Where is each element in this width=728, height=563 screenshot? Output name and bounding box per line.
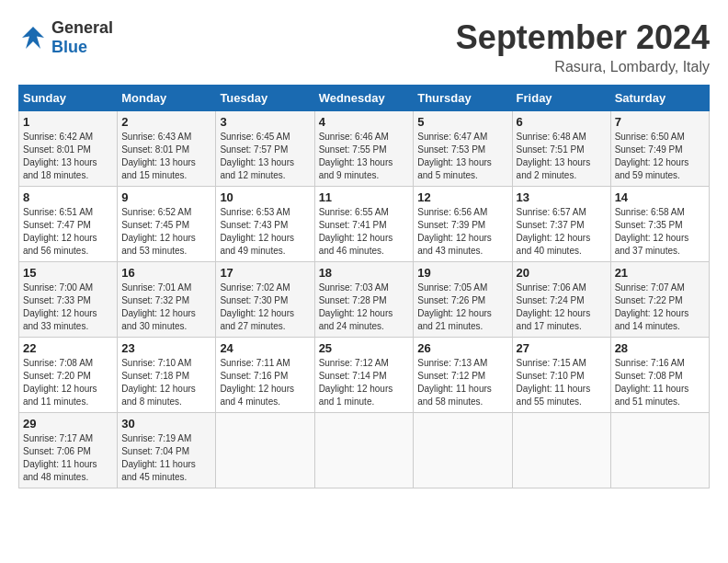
svg-marker-0 [22,27,44,49]
day-detail: Sunrise: 6:52 AM Sunset: 7:45 PM Dayligh… [121,206,211,258]
day-number: 28 [615,341,705,355]
calendar-cell: 2Sunrise: 6:43 AM Sunset: 8:01 PM Daylig… [118,111,216,187]
calendar-cell: 9Sunrise: 6:52 AM Sunset: 7:45 PM Daylig… [118,187,216,262]
calendar-cell: 3Sunrise: 6:45 AM Sunset: 7:57 PM Daylig… [216,111,314,187]
day-number: 17 [220,266,310,280]
calendar-cell [314,413,414,488]
day-detail: Sunrise: 7:16 AM Sunset: 7:08 PM Dayligh… [615,357,705,408]
day-number: 3 [220,115,310,129]
logo-icon [18,23,48,52]
calendar-cell [512,413,610,488]
day-number: 30 [121,417,211,431]
day-of-week-tuesday: Tuesday [216,86,314,111]
day-detail: Sunrise: 7:17 AM Sunset: 7:06 PM Dayligh… [23,432,113,484]
day-detail: Sunrise: 7:11 AM Sunset: 7:16 PM Dayligh… [220,357,310,408]
calendar-cell: 10Sunrise: 6:53 AM Sunset: 7:43 PM Dayli… [216,187,314,262]
calendar-cell [216,413,314,488]
calendar-cell [610,413,709,488]
day-number: 23 [121,341,211,355]
calendar-cell: 17Sunrise: 7:02 AM Sunset: 7:30 PM Dayli… [216,262,314,338]
calendar-cell: 30Sunrise: 7:19 AM Sunset: 7:04 PM Dayli… [118,413,216,488]
day-detail: Sunrise: 6:51 AM Sunset: 7:47 PM Dayligh… [23,206,113,258]
calendar-cell: 22Sunrise: 7:08 AM Sunset: 7:20 PM Dayli… [19,338,118,413]
calendar-header-row: SundayMondayTuesdayWednesdayThursdayFrid… [19,86,710,111]
location: Rasura, Lombardy, Italy [456,59,710,75]
day-detail: Sunrise: 6:42 AM Sunset: 8:01 PM Dayligh… [23,131,113,182]
day-number: 11 [319,190,410,204]
day-number: 18 [319,266,410,280]
calendar-cell: 25Sunrise: 7:12 AM Sunset: 7:14 PM Dayli… [314,338,414,413]
calendar-cell: 18Sunrise: 7:03 AM Sunset: 7:28 PM Dayli… [314,262,414,338]
day-number: 4 [319,115,410,129]
calendar-cell: 14Sunrise: 6:58 AM Sunset: 7:35 PM Dayli… [610,187,709,262]
calendar-cell: 6Sunrise: 6:48 AM Sunset: 7:51 PM Daylig… [512,111,610,187]
day-number: 8 [23,190,113,204]
page-header: General Blue September 2024 Rasura, Lomb… [18,18,710,75]
calendar-cell: 15Sunrise: 7:00 AM Sunset: 7:33 PM Dayli… [19,262,118,338]
day-number: 19 [417,266,507,280]
day-number: 24 [220,341,310,355]
day-detail: Sunrise: 6:43 AM Sunset: 8:01 PM Dayligh… [121,131,211,182]
day-detail: Sunrise: 6:47 AM Sunset: 7:53 PM Dayligh… [417,131,507,182]
day-number: 14 [615,190,705,204]
day-detail: Sunrise: 6:53 AM Sunset: 7:43 PM Dayligh… [220,206,310,258]
calendar-cell: 26Sunrise: 7:13 AM Sunset: 7:12 PM Dayli… [414,338,512,413]
logo-general: General [51,18,113,37]
day-of-week-thursday: Thursday [414,86,512,111]
logo: General Blue [18,18,113,57]
day-detail: Sunrise: 7:13 AM Sunset: 7:12 PM Dayligh… [417,357,507,408]
calendar-week-5: 29Sunrise: 7:17 AM Sunset: 7:06 PM Dayli… [19,413,710,488]
day-number: 27 [517,341,607,355]
day-number: 21 [615,266,705,280]
day-number: 6 [517,115,607,129]
day-number: 2 [121,115,211,129]
day-number: 9 [121,190,211,204]
calendar-week-4: 22Sunrise: 7:08 AM Sunset: 7:20 PM Dayli… [19,338,710,413]
calendar-cell: 23Sunrise: 7:10 AM Sunset: 7:18 PM Dayli… [118,338,216,413]
calendar-cell: 7Sunrise: 6:50 AM Sunset: 7:49 PM Daylig… [610,111,709,187]
day-detail: Sunrise: 7:12 AM Sunset: 7:14 PM Dayligh… [319,357,410,408]
calendar-week-2: 8Sunrise: 6:51 AM Sunset: 7:47 PM Daylig… [19,187,710,262]
day-of-week-sunday: Sunday [19,86,118,111]
day-of-week-friday: Friday [512,86,610,111]
day-number: 16 [121,266,211,280]
day-detail: Sunrise: 6:50 AM Sunset: 7:49 PM Dayligh… [615,131,705,182]
calendar-week-1: 1Sunrise: 6:42 AM Sunset: 8:01 PM Daylig… [19,111,710,187]
day-detail: Sunrise: 7:19 AM Sunset: 7:04 PM Dayligh… [121,432,211,484]
day-number: 7 [615,115,705,129]
month-title: September 2024 [456,18,710,57]
calendar-cell: 12Sunrise: 6:56 AM Sunset: 7:39 PM Dayli… [414,187,512,262]
calendar-cell: 24Sunrise: 7:11 AM Sunset: 7:16 PM Dayli… [216,338,314,413]
day-number: 22 [23,341,113,355]
calendar-cell: 16Sunrise: 7:01 AM Sunset: 7:32 PM Dayli… [118,262,216,338]
day-detail: Sunrise: 6:57 AM Sunset: 7:37 PM Dayligh… [517,206,607,258]
calendar-cell: 28Sunrise: 7:16 AM Sunset: 7:08 PM Dayli… [610,338,709,413]
day-detail: Sunrise: 7:00 AM Sunset: 7:33 PM Dayligh… [23,282,113,333]
day-number: 15 [23,266,113,280]
calendar-cell: 4Sunrise: 6:46 AM Sunset: 7:55 PM Daylig… [314,111,414,187]
day-detail: Sunrise: 7:08 AM Sunset: 7:20 PM Dayligh… [23,357,113,408]
day-of-week-wednesday: Wednesday [314,86,414,111]
logo-blue: Blue [51,38,87,56]
day-detail: Sunrise: 6:48 AM Sunset: 7:51 PM Dayligh… [517,131,607,182]
calendar-cell: 27Sunrise: 7:15 AM Sunset: 7:10 PM Dayli… [512,338,610,413]
day-number: 1 [23,115,113,129]
day-detail: Sunrise: 6:45 AM Sunset: 7:57 PM Dayligh… [220,131,310,182]
day-number: 20 [517,266,607,280]
day-number: 13 [517,190,607,204]
day-of-week-saturday: Saturday [610,86,709,111]
day-of-week-monday: Monday [118,86,216,111]
day-detail: Sunrise: 7:01 AM Sunset: 7:32 PM Dayligh… [121,282,211,333]
calendar-cell: 5Sunrise: 6:47 AM Sunset: 7:53 PM Daylig… [414,111,512,187]
calendar-cell [414,413,512,488]
day-detail: Sunrise: 6:58 AM Sunset: 7:35 PM Dayligh… [615,206,705,258]
calendar-cell: 29Sunrise: 7:17 AM Sunset: 7:06 PM Dayli… [19,413,118,488]
day-detail: Sunrise: 7:03 AM Sunset: 7:28 PM Dayligh… [319,282,410,333]
day-detail: Sunrise: 7:10 AM Sunset: 7:18 PM Dayligh… [121,357,211,408]
day-detail: Sunrise: 6:46 AM Sunset: 7:55 PM Dayligh… [319,131,410,182]
calendar-cell: 8Sunrise: 6:51 AM Sunset: 7:47 PM Daylig… [19,187,118,262]
calendar-cell: 19Sunrise: 7:05 AM Sunset: 7:26 PM Dayli… [414,262,512,338]
day-number: 26 [417,341,507,355]
day-detail: Sunrise: 7:05 AM Sunset: 7:26 PM Dayligh… [417,282,507,333]
day-detail: Sunrise: 6:55 AM Sunset: 7:41 PM Dayligh… [319,206,410,258]
